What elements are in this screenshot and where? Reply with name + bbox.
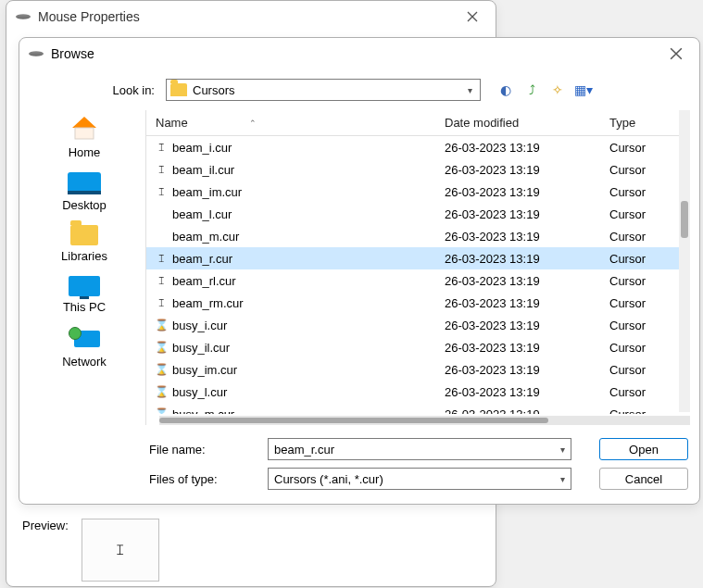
- place-libraries[interactable]: Libraries: [29, 225, 140, 263]
- filetype-value: Cursors (*.ani, *.cur): [274, 472, 560, 486]
- file-date: 26-03-2023 13:19: [445, 341, 609, 355]
- parent-window-title: Mouse Properties: [38, 9, 458, 24]
- back-button[interactable]: ◐: [497, 81, 514, 98]
- place-label: Network: [62, 355, 107, 369]
- parent-close-button[interactable]: [458, 3, 486, 31]
- sort-asc-icon: ⌃: [249, 119, 257, 128]
- open-button[interactable]: Open: [599, 438, 688, 460]
- file-type: Cursor: [609, 363, 690, 377]
- horizontal-scrollbar[interactable]: [159, 416, 690, 425]
- file-row[interactable]: 𝙸beam_il.cur26-03-2023 13:19Cursor: [146, 158, 690, 181]
- file-row[interactable]: 𝙸beam_im.cur26-03-2023 13:19Cursor: [146, 181, 690, 203]
- column-header-type[interactable]: Type: [609, 116, 690, 130]
- cursor-file-icon: 𝙸: [156, 185, 167, 198]
- file-type: Cursor: [609, 141, 690, 155]
- preview-box: 𝙸: [82, 519, 159, 582]
- place-label: Home: [69, 145, 101, 159]
- nav-icon-bar: ◐ ⤴ ✧ ▦▾: [497, 81, 592, 98]
- place-desktop[interactable]: Desktop: [29, 172, 140, 212]
- file-name: beam_r.cur: [172, 252, 232, 266]
- app-icon: [29, 51, 44, 56]
- filename-value: beam_r.cur: [274, 443, 560, 457]
- cursor-file-icon: 𝙸: [156, 141, 167, 154]
- this-pc-icon: [69, 276, 100, 296]
- filename-input[interactable]: beam_r.cur ▾: [268, 438, 571, 460]
- file-date: 26-03-2023 13:19: [445, 296, 609, 310]
- preview-cursor-icon: 𝙸: [115, 542, 125, 558]
- file-name: beam_rm.cur: [172, 296, 244, 310]
- file-row[interactable]: beam_m.cur26-03-2023 13:19Cursor: [146, 225, 690, 247]
- place-label: Desktop: [62, 198, 107, 212]
- file-date: 26-03-2023 13:19: [445, 207, 609, 221]
- file-name: busy_m.cur: [172, 407, 234, 415]
- file-name: beam_rl.cur: [172, 274, 236, 288]
- view-menu-button[interactable]: ▦▾: [575, 81, 592, 98]
- up-one-level-button[interactable]: ⤴: [523, 81, 540, 98]
- file-type: Cursor: [609, 207, 690, 221]
- file-type: Cursor: [609, 274, 690, 288]
- file-date: 26-03-2023 13:19: [445, 252, 609, 266]
- file-name: beam_im.cur: [172, 185, 242, 199]
- file-name: beam_il.cur: [172, 163, 234, 177]
- file-row[interactable]: ⌛busy_i.cur26-03-2023 13:19Cursor: [146, 314, 690, 336]
- place-network[interactable]: Network: [29, 327, 140, 369]
- vertical-scrollbar[interactable]: [679, 110, 690, 412]
- place-this-pc[interactable]: This PC: [29, 276, 140, 314]
- place-home[interactable]: Home: [29, 114, 140, 159]
- file-row[interactable]: ⌛busy_m.cur26-03-2023 13:19Cursor: [146, 403, 690, 414]
- file-date: 26-03-2023 13:19: [445, 385, 609, 399]
- cursor-file-icon: ⌛: [156, 363, 167, 376]
- desktop-icon: [68, 172, 101, 194]
- file-date: 26-03-2023 13:19: [445, 230, 609, 244]
- scrollbar-thumb[interactable]: [159, 418, 548, 423]
- home-icon: [69, 114, 100, 142]
- file-row[interactable]: 𝙸beam_r.cur26-03-2023 13:19Cursor: [146, 247, 690, 269]
- places-bar: Home Desktop Libraries This PC Network: [29, 110, 140, 425]
- preview-section: Preview: 𝙸: [22, 519, 159, 582]
- chevron-down-icon: ▾: [560, 474, 565, 484]
- file-name: busy_l.cur: [172, 385, 227, 399]
- lookin-combo[interactable]: Cursors ▾: [166, 79, 481, 101]
- column-header-name[interactable]: Name ⌃: [146, 116, 445, 130]
- place-label: Libraries: [61, 249, 107, 263]
- filetype-combo[interactable]: Cursors (*.ani, *.cur) ▾: [268, 468, 571, 490]
- file-date: 26-03-2023 13:19: [445, 163, 609, 177]
- parent-titlebar[interactable]: Mouse Properties: [6, 1, 496, 32]
- cursor-file-icon: 𝙸: [156, 163, 167, 176]
- file-row[interactable]: ⌛busy_im.cur26-03-2023 13:19Cursor: [146, 358, 690, 381]
- file-type: Cursor: [609, 385, 690, 399]
- scrollbar-thumb[interactable]: [681, 201, 688, 238]
- file-date: 26-03-2023 13:19: [445, 363, 609, 377]
- cancel-button[interactable]: Cancel: [599, 468, 688, 490]
- column-header-name-label: Name: [156, 116, 188, 130]
- file-row[interactable]: ⌛busy_l.cur26-03-2023 13:19Cursor: [146, 381, 690, 403]
- file-type: Cursor: [609, 163, 690, 177]
- file-name: beam_l.cur: [172, 207, 232, 221]
- browse-close-button[interactable]: [662, 40, 690, 68]
- file-row[interactable]: ⌛busy_il.cur26-03-2023 13:19Cursor: [146, 336, 690, 358]
- file-date: 26-03-2023 13:19: [445, 274, 609, 288]
- close-icon: [670, 47, 683, 60]
- folder-icon: [170, 83, 187, 96]
- file-date: 26-03-2023 13:19: [445, 407, 609, 415]
- file-type: Cursor: [609, 252, 690, 266]
- file-row[interactable]: 𝙸beam_rm.cur26-03-2023 13:19Cursor: [146, 292, 690, 314]
- file-row[interactable]: 𝙸beam_i.cur26-03-2023 13:19Cursor: [146, 136, 690, 158]
- cursor-file-icon: ⌛: [156, 319, 167, 332]
- browse-window-title: Browse: [51, 46, 662, 61]
- cursor-file-icon: ⌛: [156, 407, 167, 414]
- column-header-date[interactable]: Date modified: [445, 116, 609, 130]
- file-type: Cursor: [609, 319, 690, 332]
- file-row[interactable]: beam_l.cur26-03-2023 13:19Cursor: [146, 203, 690, 225]
- file-name: busy_i.cur: [172, 319, 227, 332]
- cursor-file-icon: 𝙸: [156, 252, 167, 265]
- new-folder-button[interactable]: ✧: [549, 81, 566, 98]
- file-name: busy_il.cur: [172, 341, 230, 355]
- file-row[interactable]: 𝙸beam_rl.cur26-03-2023 13:19Cursor: [146, 269, 690, 292]
- svg-rect-0: [75, 128, 94, 139]
- file-date: 26-03-2023 13:19: [445, 185, 609, 199]
- file-date: 26-03-2023 13:19: [445, 319, 609, 332]
- lookin-label: Look in:: [84, 83, 158, 97]
- file-list[interactable]: 𝙸beam_i.cur26-03-2023 13:19Cursor𝙸beam_i…: [146, 136, 690, 414]
- browse-titlebar[interactable]: Browse: [19, 38, 699, 69]
